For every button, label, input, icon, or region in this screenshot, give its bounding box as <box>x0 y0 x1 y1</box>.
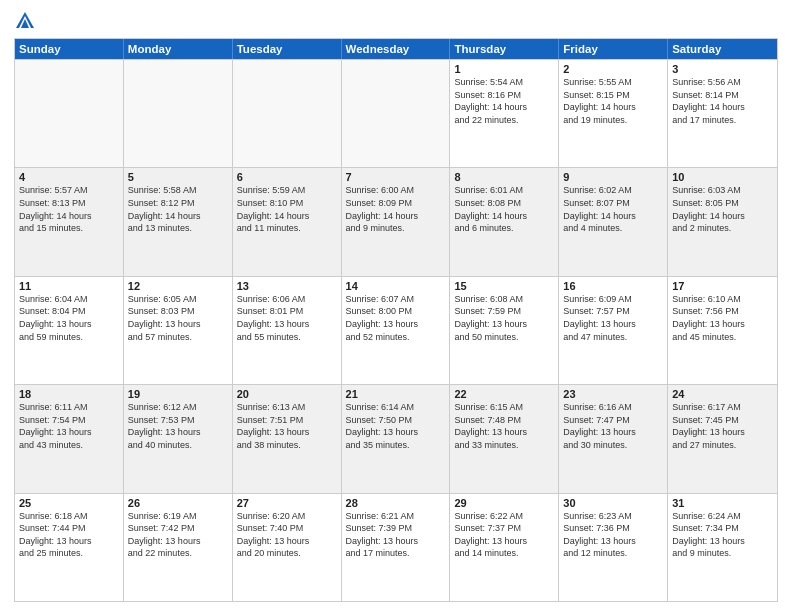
day-number: 30 <box>563 497 663 509</box>
day-number: 13 <box>237 280 337 292</box>
cell-line: Sunrise: 6:23 AM <box>563 510 663 523</box>
cal-row-1: 4Sunrise: 5:57 AMSunset: 8:13 PMDaylight… <box>15 167 777 275</box>
day-number: 20 <box>237 388 337 400</box>
cell-line: Daylight: 14 hours <box>563 101 663 114</box>
cell-line: Sunset: 8:14 PM <box>672 89 773 102</box>
cell-line: and 52 minutes. <box>346 331 446 344</box>
cell-line: Sunset: 7:44 PM <box>19 522 119 535</box>
cal-cell: 6Sunrise: 5:59 AMSunset: 8:10 PMDaylight… <box>233 168 342 275</box>
cell-line: Sunset: 7:39 PM <box>346 522 446 535</box>
cell-line: Daylight: 13 hours <box>672 426 773 439</box>
cell-line: and 55 minutes. <box>237 331 337 344</box>
cell-line: and 11 minutes. <box>237 222 337 235</box>
cell-line: Sunrise: 6:06 AM <box>237 293 337 306</box>
cell-line: Sunrise: 6:24 AM <box>672 510 773 523</box>
cal-cell: 3Sunrise: 5:56 AMSunset: 8:14 PMDaylight… <box>668 60 777 167</box>
cell-line: Daylight: 14 hours <box>19 210 119 223</box>
cell-line: and 27 minutes. <box>672 439 773 452</box>
cal-cell: 13Sunrise: 6:06 AMSunset: 8:01 PMDayligh… <box>233 277 342 384</box>
cell-line: Daylight: 14 hours <box>346 210 446 223</box>
cell-line: Sunset: 7:48 PM <box>454 414 554 427</box>
cell-line: Sunrise: 6:02 AM <box>563 184 663 197</box>
cell-line: and 14 minutes. <box>454 547 554 560</box>
cell-line: and 20 minutes. <box>237 547 337 560</box>
cell-line: Sunrise: 6:14 AM <box>346 401 446 414</box>
cal-cell: 29Sunrise: 6:22 AMSunset: 7:37 PMDayligh… <box>450 494 559 601</box>
day-number: 7 <box>346 171 446 183</box>
cell-line: Sunset: 8:05 PM <box>672 197 773 210</box>
day-number: 6 <box>237 171 337 183</box>
cell-line: Daylight: 13 hours <box>454 426 554 439</box>
cell-line: and 6 minutes. <box>454 222 554 235</box>
cell-line: Sunset: 7:42 PM <box>128 522 228 535</box>
cell-line: Sunrise: 6:09 AM <box>563 293 663 306</box>
cell-line: Sunset: 7:40 PM <box>237 522 337 535</box>
cell-line: Sunset: 7:34 PM <box>672 522 773 535</box>
cell-line: Sunrise: 6:11 AM <box>19 401 119 414</box>
page: SundayMondayTuesdayWednesdayThursdayFrid… <box>0 0 792 612</box>
day-header-sunday: Sunday <box>15 39 124 59</box>
cell-line: Sunrise: 6:13 AM <box>237 401 337 414</box>
day-header-friday: Friday <box>559 39 668 59</box>
cell-line: Sunrise: 6:07 AM <box>346 293 446 306</box>
day-header-thursday: Thursday <box>450 39 559 59</box>
day-number: 21 <box>346 388 446 400</box>
day-header-tuesday: Tuesday <box>233 39 342 59</box>
cell-line: Daylight: 13 hours <box>237 426 337 439</box>
day-number: 3 <box>672 63 773 75</box>
logo-icon <box>14 10 36 32</box>
day-number: 19 <box>128 388 228 400</box>
cell-line: Daylight: 13 hours <box>563 318 663 331</box>
cell-line: Sunset: 8:13 PM <box>19 197 119 210</box>
cell-line: Sunset: 8:00 PM <box>346 305 446 318</box>
cell-line: Sunset: 8:16 PM <box>454 89 554 102</box>
cell-line: and 40 minutes. <box>128 439 228 452</box>
cell-line: Daylight: 13 hours <box>19 318 119 331</box>
day-header-wednesday: Wednesday <box>342 39 451 59</box>
cell-line: Sunrise: 6:17 AM <box>672 401 773 414</box>
header <box>14 10 778 32</box>
cell-line: Sunset: 7:59 PM <box>454 305 554 318</box>
cell-line: Daylight: 13 hours <box>346 535 446 548</box>
cell-line: Sunrise: 6:16 AM <box>563 401 663 414</box>
cell-line: and 4 minutes. <box>563 222 663 235</box>
day-number: 16 <box>563 280 663 292</box>
cell-line: and 15 minutes. <box>19 222 119 235</box>
calendar: SundayMondayTuesdayWednesdayThursdayFrid… <box>14 38 778 602</box>
day-number: 9 <box>563 171 663 183</box>
cell-line: Daylight: 13 hours <box>454 318 554 331</box>
cal-cell: 8Sunrise: 6:01 AMSunset: 8:08 PMDaylight… <box>450 168 559 275</box>
cal-cell: 1Sunrise: 5:54 AMSunset: 8:16 PMDaylight… <box>450 60 559 167</box>
cal-cell: 5Sunrise: 5:58 AMSunset: 8:12 PMDaylight… <box>124 168 233 275</box>
cal-cell: 21Sunrise: 6:14 AMSunset: 7:50 PMDayligh… <box>342 385 451 492</box>
cell-line: Daylight: 14 hours <box>563 210 663 223</box>
cell-line: Sunrise: 6:21 AM <box>346 510 446 523</box>
cell-line: Sunrise: 6:15 AM <box>454 401 554 414</box>
cell-line: Sunrise: 5:55 AM <box>563 76 663 89</box>
cell-line: Sunrise: 6:22 AM <box>454 510 554 523</box>
day-header-saturday: Saturday <box>668 39 777 59</box>
cell-line: Daylight: 13 hours <box>346 318 446 331</box>
cell-line: Daylight: 14 hours <box>237 210 337 223</box>
cal-cell: 26Sunrise: 6:19 AMSunset: 7:42 PMDayligh… <box>124 494 233 601</box>
day-number: 15 <box>454 280 554 292</box>
cell-line: Daylight: 14 hours <box>672 101 773 114</box>
cal-cell <box>124 60 233 167</box>
cal-cell: 25Sunrise: 6:18 AMSunset: 7:44 PMDayligh… <box>15 494 124 601</box>
cal-cell: 4Sunrise: 5:57 AMSunset: 8:13 PMDaylight… <box>15 168 124 275</box>
cell-line: Sunrise: 6:18 AM <box>19 510 119 523</box>
cell-line: Sunset: 8:10 PM <box>237 197 337 210</box>
cal-cell: 2Sunrise: 5:55 AMSunset: 8:15 PMDaylight… <box>559 60 668 167</box>
day-number: 24 <box>672 388 773 400</box>
cell-line: Sunrise: 6:08 AM <box>454 293 554 306</box>
cell-line: Daylight: 13 hours <box>128 426 228 439</box>
day-number: 10 <box>672 171 773 183</box>
cal-cell: 10Sunrise: 6:03 AMSunset: 8:05 PMDayligh… <box>668 168 777 275</box>
cell-line: Sunrise: 6:01 AM <box>454 184 554 197</box>
cal-cell: 11Sunrise: 6:04 AMSunset: 8:04 PMDayligh… <box>15 277 124 384</box>
cell-line: Sunrise: 6:20 AM <box>237 510 337 523</box>
cell-line: Sunset: 8:15 PM <box>563 89 663 102</box>
cell-line: Sunset: 8:07 PM <box>563 197 663 210</box>
cell-line: Daylight: 13 hours <box>128 318 228 331</box>
cell-line: Sunset: 8:12 PM <box>128 197 228 210</box>
